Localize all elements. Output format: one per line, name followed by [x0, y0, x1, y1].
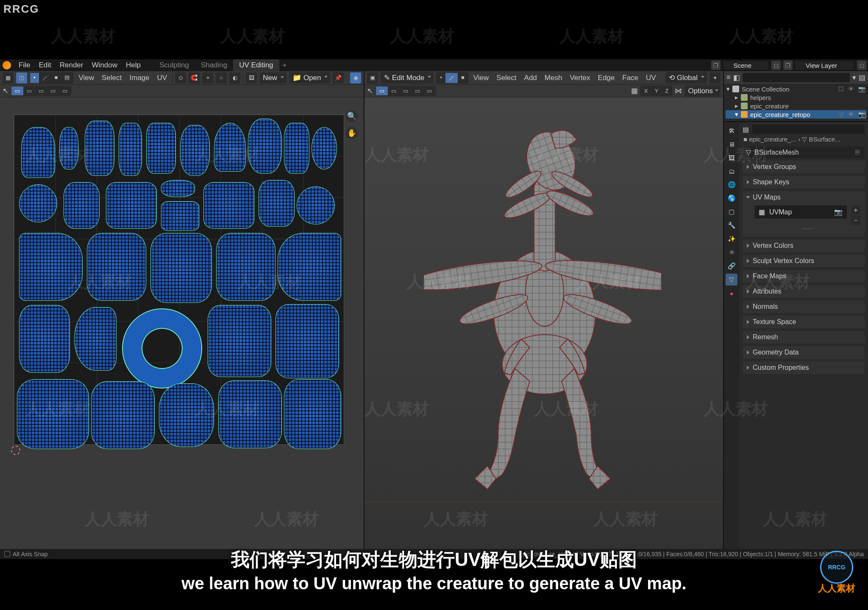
uv-pin-icon[interactable]: 📌	[333, 72, 344, 83]
section-texture-space[interactable]: Texture Space	[743, 316, 865, 328]
viewlayer-name-field[interactable]: View Layer	[795, 61, 854, 70]
uv-snap-mode-icon[interactable]: ⌖	[202, 72, 213, 83]
uv-canvas[interactable]: 🔍 ✋	[0, 97, 364, 549]
viewlayer-new-icon[interactable]: ◻	[857, 61, 866, 70]
properties-tab-object-icon[interactable]: ▢	[726, 206, 737, 218]
pan-widget-icon[interactable]: ✋	[346, 127, 358, 139]
3d-menu-select[interactable]: Select	[494, 74, 519, 82]
selectbox-add-icon[interactable]: ▭	[388, 86, 400, 95]
uv-menu-image[interactable]: Image	[127, 74, 152, 82]
properties-tab-output-icon[interactable]: 🖼	[726, 152, 737, 164]
selectbox-sub-icon[interactable]: ▭	[400, 86, 412, 95]
menu-help[interactable]: Help	[122, 61, 145, 69]
tab-uv-editing[interactable]: UV Editing	[233, 59, 279, 71]
gizmo-x[interactable]: X	[641, 86, 651, 95]
uv-selectbox-new-icon[interactable]: ▭	[11, 86, 23, 95]
outliner-new-collection-icon[interactable]: ▤	[859, 73, 865, 82]
menu-window[interactable]: Window	[87, 61, 121, 69]
menu-edit[interactable]: Edit	[34, 61, 55, 69]
cursor-tool-icon-3d[interactable]: ↖	[367, 86, 373, 95]
uv-selectbox-add-icon[interactable]: ▭	[23, 86, 35, 95]
section-custom-properties[interactable]: Custom Properties	[743, 361, 865, 374]
disable-camera-icon[interactable]: 📷	[858, 111, 865, 118]
hide-eye-icon[interactable]: 👁	[848, 111, 854, 118]
uv-selectbox-xor-icon[interactable]: ▭	[47, 86, 59, 95]
scene-name-field[interactable]: Scene	[723, 61, 769, 70]
mesh-display-icon[interactable]: ▦	[631, 86, 638, 95]
section-uv-maps[interactable]: UV Maps ▦ UVMap 📷	[743, 191, 865, 237]
uv-pivot-icon[interactable]: ⊙	[175, 72, 186, 83]
properties-tab-world-icon[interactable]: 🌎	[726, 192, 737, 204]
3d-viewport-canvas[interactable]	[364, 97, 723, 549]
outliner-item-helpers[interactable]: ▸ helpers	[726, 93, 866, 102]
add-workspace-button[interactable]: +	[279, 61, 290, 69]
uv-sync-selection-icon[interactable]: ◫	[16, 72, 27, 83]
properties-tab-meshdata-icon[interactable]: ▽	[726, 274, 737, 286]
outliner-item-epic-creature-retopo[interactable]: ▾ epic_creature_retopo ▽👁📷	[726, 110, 866, 119]
uv-selectbox-and-icon[interactable]: ▭	[59, 86, 71, 95]
scene-browse-icon[interactable]: ❐	[711, 61, 721, 70]
scene-new-icon[interactable]: ◻	[771, 61, 781, 70]
uv-select-edge-icon[interactable]: ／	[39, 73, 51, 83]
overlay-dropdown-icon[interactable]: ▾	[709, 72, 721, 83]
properties-tab-render-icon[interactable]: 🖥	[726, 138, 737, 150]
menu-render[interactable]: Render	[56, 61, 88, 69]
uv-menu-view[interactable]: View	[76, 74, 97, 82]
properties-tab-scene-icon[interactable]: 🌐	[726, 179, 737, 191]
outliner-type-icon[interactable]: ≡	[726, 73, 731, 82]
3d-menu-vertex[interactable]: Vertex	[567, 74, 593, 82]
selectbox-and-icon[interactable]: ▭	[423, 86, 435, 95]
cursor-tool-icon[interactable]: ↖	[3, 86, 8, 95]
uv-falloff-icon[interactable]: ◐	[229, 72, 240, 83]
properties-tab-physics-icon[interactable]: ⚛	[726, 247, 737, 258]
mesh-name-field[interactable]: ▽BSurfaceMesh ⛨	[743, 147, 865, 158]
uv-proportional-icon[interactable]: ○	[216, 72, 227, 83]
properties-tab-material-icon[interactable]: ●	[726, 287, 737, 299]
3d-menu-face[interactable]: Face	[620, 74, 641, 82]
gizmo-z[interactable]: Z	[662, 86, 672, 95]
tab-shading[interactable]: Shading	[195, 59, 233, 71]
disable-camera-icon[interactable]: 📷	[858, 86, 865, 92]
3d-menu-view[interactable]: View	[471, 74, 492, 82]
uvmap-drag-handle-icon[interactable]: ⋯⋯	[754, 225, 860, 233]
uv-open-button[interactable]: 📁 Open	[289, 72, 330, 83]
outliner-search[interactable]	[743, 73, 850, 82]
properties-type-icon[interactable]: ▤	[743, 125, 749, 133]
uv-menu-uv[interactable]: UV	[155, 74, 170, 82]
options-dropdown[interactable]: Options	[684, 86, 721, 97]
3d-menu-uv[interactable]: UV	[643, 74, 659, 82]
uv-snap-icon[interactable]: 🧲	[189, 72, 200, 83]
3d-editor-type-icon[interactable]: ▣	[367, 72, 378, 83]
uv-select-face-icon[interactable]: ■	[51, 73, 61, 83]
section-normals[interactable]: Normals	[743, 300, 865, 313]
uvmap-add-button[interactable]: ＋	[851, 205, 860, 215]
exclude-collection-icon[interactable]: ☐	[838, 86, 844, 92]
uv-select-vertex-icon[interactable]: ▪	[30, 73, 39, 83]
section-vertex-groups[interactable]: Vertex Groups	[743, 161, 865, 173]
uvmap-active-render-icon[interactable]: 📷	[834, 208, 843, 216]
orientation-selector[interactable]: ⟲ Global	[665, 72, 707, 83]
viewlayer-browse-icon[interactable]: ❐	[783, 61, 793, 70]
properties-tab-tool-icon[interactable]: 🛠	[726, 125, 737, 136]
uv-select-island-icon[interactable]: ▤	[61, 73, 73, 83]
section-attributes[interactable]: Attributes	[743, 285, 865, 298]
section-vertex-colors[interactable]: Vertex Colors	[743, 239, 865, 252]
zoom-widget-icon[interactable]: 🔍	[346, 110, 358, 122]
selectbox-new-icon[interactable]: ▭	[376, 86, 388, 95]
uvmap-remove-button[interactable]: －	[851, 216, 860, 225]
properties-tab-constraints-icon[interactable]: 🔗	[726, 260, 737, 272]
mesh-data-icon[interactable]: ▽	[839, 111, 844, 118]
3d-menu-add[interactable]: Add	[522, 74, 540, 82]
uv-image-browse-icon[interactable]: 🖼	[246, 72, 257, 83]
menu-file[interactable]: File	[14, 61, 34, 69]
mode-selector[interactable]: ✎ Edit Mode	[381, 72, 434, 83]
hide-eye-icon[interactable]: 👁	[848, 86, 854, 92]
properties-tab-viewlayer-icon[interactable]: 🗂	[726, 165, 737, 177]
properties-tab-modifiers-icon[interactable]: 🔧	[726, 219, 737, 231]
uv-menu-select[interactable]: Select	[99, 74, 124, 82]
uv-new-button[interactable]: New	[259, 72, 287, 83]
section-geometry-data[interactable]: Geometry Data	[743, 346, 865, 359]
automerge-icon[interactable]: ⋈	[675, 86, 682, 95]
3d-menu-mesh[interactable]: Mesh	[542, 74, 565, 82]
tab-sculpting[interactable]: Sculpting	[153, 59, 195, 71]
